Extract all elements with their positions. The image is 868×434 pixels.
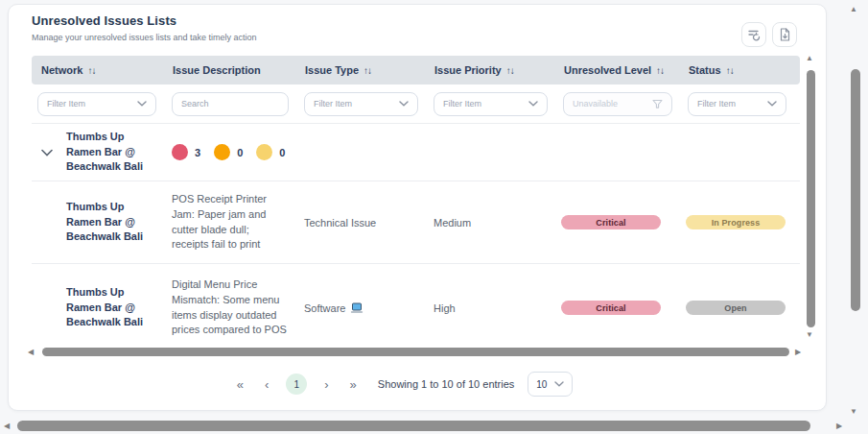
network-name: Thumbs Up Ramen Bar @ Beachwalk Bali	[66, 201, 143, 243]
issue-type-cell: Software	[302, 302, 432, 314]
table-scroll-up-arrow[interactable]: ▲	[806, 55, 813, 62]
group-row: Thumbs Up Ramen Bar @ Beachwalk Bali 3 0…	[32, 123, 800, 181]
issue-priority-cell: High	[432, 302, 561, 314]
unresolved-level-filter-disabled: Unavailable	[563, 92, 672, 116]
column-header-issue-priority[interactable]: Issue Priority ↑↓	[432, 64, 561, 76]
last-page-button[interactable]: »	[346, 377, 361, 392]
unresolved-level-cell: Critical	[561, 301, 686, 315]
filter-placeholder: Filter Item	[443, 99, 481, 108]
filter-placeholder: Filter Item	[47, 99, 85, 108]
page-size-value: 10	[536, 379, 547, 390]
chevron-down-icon	[528, 101, 538, 107]
pagination-summary: Showing 1 to 10 of 10 entries	[378, 378, 514, 390]
column-label: Issue Description	[173, 64, 261, 76]
count-value: 0	[279, 147, 285, 158]
status-badge: Open	[686, 301, 786, 315]
page-scroll-left-arrow[interactable]: ◀	[4, 422, 10, 430]
filter-placeholder: Filter Item	[314, 99, 352, 108]
pagination: « ‹ 1 › » Showing 1 to 10 of 10 entries …	[9, 368, 797, 400]
export-button[interactable]	[772, 22, 797, 47]
page-size-select[interactable]: 10	[528, 372, 573, 397]
unresolved-issues-card: Unresolved Issues Lists Manage your unre…	[8, 4, 827, 411]
table-scroll-right-arrow[interactable]: ▶	[795, 349, 801, 356]
critical-count: 3	[172, 144, 200, 160]
issue-priority-cell: Medium	[432, 217, 561, 229]
column-label: Network	[41, 64, 82, 76]
issue-type-text: Software	[304, 302, 345, 314]
page-horizontal-scrollbar-thumb[interactable]	[17, 421, 810, 431]
history-button[interactable]	[741, 22, 766, 47]
table-horizontal-scrollbar-thumb[interactable]	[42, 348, 789, 356]
column-header-issue-description: Issue Description	[170, 64, 302, 76]
page-vertical-scrollbar-thumb[interactable]	[851, 69, 860, 311]
table-scroll-down-arrow[interactable]: ▼	[806, 331, 813, 339]
count-value: 3	[195, 147, 200, 158]
prev-page-button[interactable]: ‹	[261, 377, 272, 392]
page-title: Unresolved Issues Lists	[32, 13, 257, 28]
column-label: Unresolved Level	[564, 64, 651, 76]
sort-icon[interactable]: ↑↓	[726, 65, 734, 76]
status-cell: Open	[686, 301, 800, 315]
sort-icon[interactable]: ↑↓	[364, 65, 371, 76]
table-row: Thumbs Up Ramen Bar @ Beachwalk Bali POS…	[32, 181, 800, 263]
issue-description-cell: POS Receipt Printer Jam: Paper jam and c…	[170, 184, 302, 261]
description-search-box	[172, 92, 289, 116]
page-scroll-right-arrow[interactable]: ▶	[836, 422, 842, 430]
column-label: Issue Priority	[434, 64, 502, 76]
page-scroll-down-arrow[interactable]: ▼	[850, 408, 857, 416]
column-header-network[interactable]: Network ↑↓	[32, 64, 170, 76]
file-download-icon	[779, 28, 791, 41]
minor-count-dot	[256, 144, 272, 160]
table-scroll-left-arrow[interactable]: ◀	[28, 349, 34, 356]
filter-placeholder: Filter Item	[697, 99, 736, 108]
issue-type-cell: Technical Issue	[302, 217, 432, 229]
network-name: Thumbs Up Ramen Bar @ Beachwalk Bali	[66, 286, 143, 328]
column-label: Status	[689, 64, 721, 76]
level-badge: Critical	[561, 301, 661, 315]
table-header: Network ↑↓ Issue Description Issue Type …	[9, 56, 800, 84]
network-cell: Thumbs Up Ramen Bar @ Beachwalk Bali	[32, 130, 170, 176]
current-page-button[interactable]: 1	[286, 374, 307, 395]
chevron-down-icon	[554, 381, 564, 387]
filter-placeholder: Unavailable	[573, 99, 618, 108]
sort-icon[interactable]: ↑↓	[656, 65, 664, 76]
major-count-dot	[214, 144, 230, 160]
table-row: Thumbs Up Ramen Bar @ Beachwalk Bali Dig…	[32, 263, 800, 351]
unresolved-level-cell: Critical	[561, 215, 686, 229]
network-filter-select[interactable]: Filter Item	[37, 92, 156, 116]
issue-type-text: Technical Issue	[304, 217, 376, 229]
page-subtitle: Manage your unresolved issues lists and …	[32, 33, 257, 42]
chevron-down-icon	[767, 101, 777, 107]
issue-counts: 3 0 0	[170, 144, 432, 160]
sort-icon[interactable]: ↑↓	[506, 65, 514, 76]
issue-priority-filter-select[interactable]: Filter Item	[434, 92, 548, 116]
major-count: 0	[214, 144, 243, 160]
issue-description-cell: Digital Menu Price Mismatch: Some menu i…	[170, 270, 302, 347]
column-label: Issue Type	[305, 64, 359, 76]
card-header: Unresolved Issues Lists Manage your unre…	[32, 13, 257, 42]
table-vertical-scrollbar-thumb[interactable]	[807, 70, 815, 327]
chevron-down-icon[interactable]	[41, 149, 53, 157]
status-badge: In Progress	[686, 215, 786, 229]
level-badge: Critical	[561, 215, 661, 229]
network-name: Thumbs Up Ramen Bar @ Beachwalk Bali	[66, 131, 143, 173]
next-page-button[interactable]: ›	[320, 377, 332, 392]
column-header-status[interactable]: Status ↑↓	[686, 64, 800, 76]
chevron-down-icon	[137, 101, 147, 107]
filter-row: Filter Item Filter Item Filter Item	[32, 84, 800, 123]
minor-count: 0	[256, 144, 285, 160]
column-header-unresolved-level[interactable]: Unresolved Level ↑↓	[561, 64, 686, 76]
status-filter-select[interactable]: Filter Item	[688, 92, 786, 116]
column-header-issue-type[interactable]: Issue Type ↑↓	[302, 64, 432, 76]
page-scroll-up-arrow[interactable]: ▲	[850, 6, 857, 13]
network-cell: Thumbs Up Ramen Bar @ Beachwalk Bali	[32, 285, 170, 331]
description-search-input[interactable]	[181, 99, 279, 108]
first-page-button[interactable]: «	[233, 377, 247, 392]
network-cell: Thumbs Up Ramen Bar @ Beachwalk Bali	[32, 200, 170, 246]
laptop-icon	[350, 302, 364, 314]
issue-type-filter-select[interactable]: Filter Item	[304, 92, 418, 116]
funnel-icon	[652, 99, 663, 109]
list-history-icon	[747, 28, 761, 41]
sort-icon[interactable]: ↑↓	[87, 65, 95, 76]
status-cell: In Progress	[686, 215, 800, 229]
